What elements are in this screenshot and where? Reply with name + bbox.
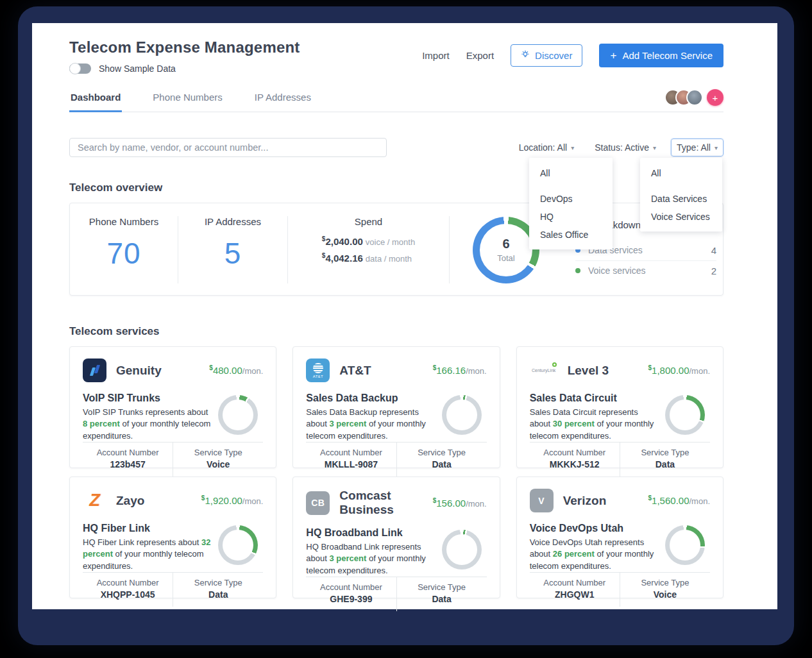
legend-row-voice-services: Voice services 2 [575, 260, 716, 281]
services-grid: Genuity $480.00/mon. VoIP SIP Trunks VoI… [69, 346, 723, 598]
centurylink-logo-icon: CenturyLink [530, 359, 558, 382]
percent-gauge [442, 530, 482, 569]
chevron-down-icon: ▾ [653, 144, 656, 151]
service-type-label: Service Type [173, 578, 263, 587]
service-card-comcast-business[interactable]: CB Comcast Business $156.00/mon. HQ Broa… [292, 477, 500, 598]
genuity-logo-icon [83, 359, 106, 382]
spend-voice-row: $2,040.00voice / month [322, 235, 415, 248]
tab-ip-addresses[interactable]: IP Addresses [253, 87, 312, 112]
monthly-price: $156.00/mon. [433, 497, 487, 509]
search-input[interactable] [69, 138, 387, 157]
service-type-value: Voice [620, 589, 710, 600]
legend-dot-green [575, 268, 580, 273]
monthly-price: $166.16/mon. [433, 364, 487, 376]
vendor-name: Comcast Business [339, 489, 432, 517]
zayo-logo-icon: Z [83, 489, 106, 512]
att-logo-icon: AT&T [306, 359, 330, 382]
team-avatars: + [664, 89, 723, 106]
service-card-att[interactable]: AT&T AT&T $166.16/mon. Sales Data Backup… [292, 346, 500, 468]
location-filter[interactable]: Location: All ▾ [513, 139, 580, 156]
service-description: VoIP SIP Trunks represents about 8 perce… [83, 407, 211, 442]
service-name: HQ Fiber Link [83, 523, 212, 534]
monthly-price: $480.00/mon. [209, 364, 263, 376]
donut-total-value: 6 [502, 237, 509, 251]
service-type-label: Service Type [620, 448, 710, 457]
service-card-level3[interactable]: CenturyLink Level 3 $1,800.00/mon. Sales… [516, 346, 723, 468]
service-type-label: Service Type [620, 578, 710, 587]
avatar[interactable] [686, 89, 703, 106]
spend-label: Spend [288, 216, 449, 227]
account-number-label: Account Number [306, 582, 396, 592]
service-card-verizon[interactable]: V Verizon $1,560.00/mon. Voice DevOps Ut… [516, 477, 723, 598]
vendor-name: Level 3 [568, 364, 609, 378]
ip-addresses-count: 5 [178, 236, 287, 271]
page-header: Telecom Expense Management Show Sample D… [69, 38, 723, 74]
service-type-value: Data [397, 594, 487, 604]
account-number-value: MKLLL-9087 [306, 459, 396, 469]
service-card-zayo[interactable]: Z Zayo $1,920.00/mon. HQ Fiber Link HQ F… [69, 477, 276, 598]
verizon-logo-icon: V [530, 489, 554, 512]
percent-gauge [218, 525, 258, 565]
service-type-label: Service Type [397, 582, 487, 592]
type-option-data-services[interactable]: Data Services [640, 190, 722, 208]
service-name: Sales Data Circuit [530, 392, 659, 404]
app-frame: Telecom Expense Management Show Sample D… [18, 6, 794, 645]
account-number-value: MKKKJ-512 [530, 459, 620, 469]
import-button[interactable]: Import [422, 50, 450, 61]
add-telecom-service-button[interactable]: + Add Telecom Service [599, 44, 723, 67]
service-name: Sales Data Backup [306, 392, 435, 404]
percent-gauge [218, 395, 258, 435]
toggle-label: Show Sample Data [99, 63, 176, 74]
chevron-down-icon: ▾ [571, 144, 574, 151]
service-description: HQ Broadband Link represents about 3 per… [306, 541, 434, 577]
monthly-price: $1,560.00/mon. [648, 494, 710, 507]
service-type-value: Data [620, 459, 710, 469]
tab-bar: Dashboard Phone Numbers IP Addresses + [69, 87, 723, 112]
tab-phone-numbers[interactable]: Phone Numbers [151, 87, 223, 112]
account-number-label: Account Number [306, 448, 396, 457]
service-card-genuity[interactable]: Genuity $480.00/mon. VoIP SIP Trunks VoI… [69, 346, 276, 468]
location-option-hq[interactable]: HQ [529, 208, 613, 226]
type-option-voice-services[interactable]: Voice Services [640, 208, 722, 226]
spend-data-row: $4,042.16data / month [322, 252, 415, 264]
vendor-name: AT&T [339, 364, 371, 378]
location-option-all[interactable]: All [529, 164, 613, 182]
location-dropdown-menu: All DevOps HQ Sales Office [529, 158, 613, 249]
overview-card: Phone Numbers 70 IP Addresses 5 Spend $2… [69, 203, 723, 296]
type-filter[interactable]: Type: All ▾ [671, 139, 723, 156]
export-button[interactable]: Export [466, 50, 494, 61]
page-title: Telecom Expense Management [69, 38, 300, 56]
add-member-button[interactable]: + [707, 89, 723, 106]
search-filter-bar: Location: All ▾ Status: Active ▾ Type: A… [69, 138, 723, 157]
percent-gauge [442, 395, 482, 435]
account-number-value: 123b457 [83, 459, 173, 469]
tab-dashboard[interactable]: Dashboard [69, 87, 122, 112]
account-number-value: XHQPP-1045 [83, 589, 173, 600]
status-filter[interactable]: Status: Active ▾ [589, 139, 662, 156]
service-description: HQ Fiber Link represents about 32 percen… [83, 537, 211, 572]
vendor-name: Zayo [116, 494, 144, 508]
account-number-label: Account Number [530, 578, 620, 587]
overview-section-title: Telecom overview [69, 181, 723, 194]
account-number-value: GHE9-399 [306, 594, 396, 604]
comcast-business-logo-icon: CB [306, 491, 330, 515]
vendor-name: Genuity [116, 364, 162, 378]
type-dropdown-menu: All Data Services Voice Services [640, 158, 722, 232]
show-sample-data-toggle[interactable] [69, 63, 91, 74]
services-section-title: Telecom services [69, 325, 723, 338]
service-name: HQ Broadband Link [306, 527, 435, 539]
service-name: Voice DevOps Utah [530, 523, 659, 534]
type-option-all[interactable]: All [640, 164, 722, 182]
account-number-label: Account Number [83, 578, 173, 587]
location-option-devops[interactable]: DevOps [529, 190, 613, 208]
donut-total-label: Total [497, 253, 514, 263]
account-number-value: ZHGQW1 [530, 589, 620, 600]
location-option-sales-office[interactable]: Sales Office [529, 226, 613, 244]
lightbulb-icon [521, 50, 530, 61]
plus-icon: + [610, 50, 616, 61]
phone-numbers-label: Phone Numbers [70, 216, 178, 227]
percent-gauge [665, 525, 705, 565]
discover-button[interactable]: Discover [511, 44, 582, 67]
service-description: Sales Data Circuit represents about 30 p… [530, 407, 658, 442]
service-type-value: Data [173, 589, 263, 600]
